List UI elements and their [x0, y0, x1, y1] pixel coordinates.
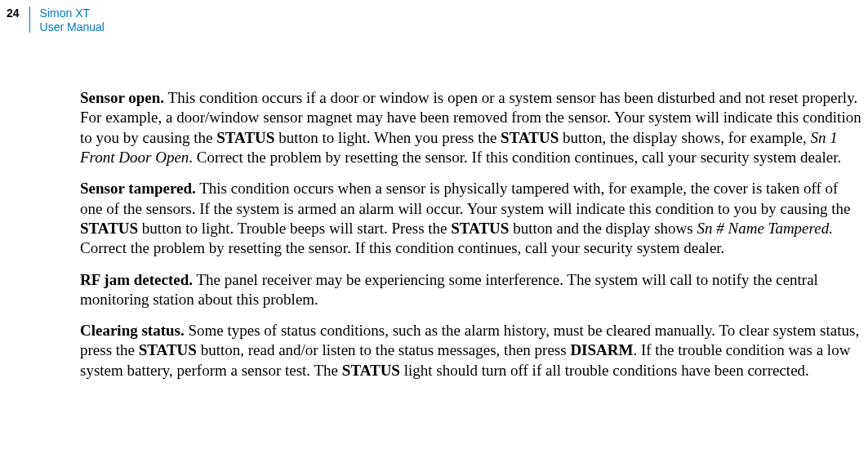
text: light should turn off if all trouble con…	[400, 362, 809, 379]
status-label: STATUS	[80, 220, 138, 237]
header-title-line2: User Manual	[40, 20, 105, 33]
status-label: STATUS	[451, 220, 509, 237]
status-label: STATUS	[342, 362, 400, 379]
heading-clearing-status: Clearing status.	[80, 322, 185, 339]
text: Correct the problem by resetting the sen…	[80, 239, 724, 256]
header-title-line1: Simon XT	[40, 7, 90, 20]
text: button to light. When you press the	[274, 129, 501, 146]
status-label: STATUS	[139, 341, 197, 358]
text: This condition occurs when a sensor is p…	[80, 180, 851, 216]
heading-sensor-open: Sensor open.	[80, 89, 164, 106]
disarm-label: DISARM	[570, 341, 633, 358]
text: button, read and/or listen to the status…	[197, 341, 571, 358]
text: button, the display shows, for example,	[559, 129, 810, 146]
page-number: 24	[0, 7, 29, 20]
text: button to light. Trouble beeps will star…	[138, 220, 451, 237]
page-header: 24 Simon XT User Manual	[0, 7, 105, 34]
status-label: STATUS	[216, 129, 274, 146]
paragraph-sensor-open: Sensor open. This condition occurs if a …	[80, 88, 861, 167]
header-title: Simon XT User Manual	[30, 7, 105, 34]
paragraph-clearing-status: Clearing status. Some types of status co…	[80, 321, 861, 380]
text: . Correct the problem by resetting the s…	[189, 149, 841, 166]
status-label: STATUS	[501, 129, 559, 146]
heading-sensor-tampered: Sensor tampered.	[80, 180, 196, 197]
body-content: Sensor open. This condition occurs if a …	[80, 88, 861, 392]
text: button and the display shows	[509, 220, 697, 237]
display-example: Sn # Name Tampered.	[697, 220, 833, 237]
paragraph-rf-jam: RF jam detected. The panel receiver may …	[80, 270, 861, 310]
paragraph-sensor-tampered: Sensor tampered. This condition occurs w…	[80, 179, 861, 258]
heading-rf-jam: RF jam detected.	[80, 271, 193, 288]
